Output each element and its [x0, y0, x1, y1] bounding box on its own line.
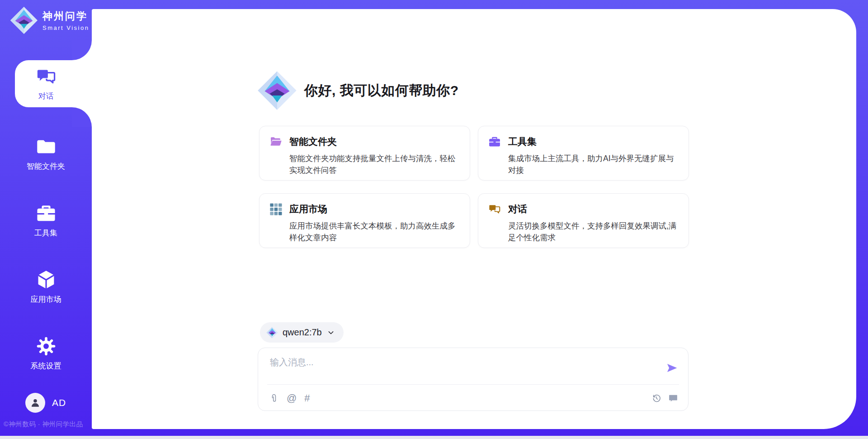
brand-logo-block[interactable]: 神州问学 Smart Vision [10, 6, 89, 34]
attachment-icon[interactable] [269, 393, 279, 403]
card-toolset[interactable]: 工具集 集成市场上主流工具，助力AI与外界无缝扩展与对接 [478, 126, 689, 181]
toolbox-icon [36, 203, 57, 224]
sidebar-item-chat[interactable]: 对话 [0, 60, 92, 107]
chat-icon [36, 66, 57, 87]
main-panel: 你好, 我可以如何帮助你? 智能文件夹 智能文件夹功能支持批量文件上传与清洗，轻… [92, 9, 856, 429]
message-icon[interactable] [668, 393, 678, 403]
card-title: 工具集 [508, 135, 537, 148]
card-title: 智能文件夹 [289, 135, 337, 148]
tab-bottom-fillet [72, 107, 92, 127]
chat-icon [488, 203, 501, 215]
sidebar-item-label: 对话 [38, 91, 54, 101]
user-avatar-icon [25, 393, 45, 413]
greeting-block: 你好, 我可以如何帮助你? [257, 71, 459, 110]
sidebar-footer-text: ©神州数码 · 神州问学出品 [4, 420, 83, 429]
brand-subtitle: Smart Vision [42, 24, 89, 31]
app-background: 神州问学 Smart Vision 对话 智能文件夹 [0, 0, 868, 439]
card-description: 集成市场上主流工具，助力AI与外界无缝扩展与对接 [508, 153, 679, 177]
sidebar-item-label: 智能文件夹 [27, 161, 65, 172]
card-description: 智能文件夹功能支持批量文件上传与清洗，轻松实现文件问答 [289, 153, 460, 177]
user-account[interactable]: AD [25, 393, 66, 413]
open-folder-icon [269, 135, 282, 148]
sidebar-item-label: 工具集 [34, 228, 57, 238]
tab-top-fillet [72, 40, 92, 60]
sidebar-item-label: 应用市场 [31, 294, 61, 305]
app-market-cube-icon [36, 269, 57, 290]
model-name: qwen2:7b [283, 327, 322, 338]
greeting-text: 你好, 我可以如何帮助你? [304, 81, 459, 100]
card-app-market[interactable]: 应用市场 应用市场提供丰富长文本模板，助力高效生成多样化文章内容 [259, 193, 470, 248]
card-title: 应用市场 [289, 203, 327, 215]
toolbox-icon [488, 135, 501, 148]
sidebar-item-smart-folder[interactable]: 智能文件夹 [0, 130, 92, 177]
message-input[interactable] [269, 355, 651, 382]
sidebar-item-toolset[interactable]: 工具集 [0, 197, 92, 244]
model-selector[interactable]: qwen2:7b [260, 322, 344, 343]
message-composer: @ # [258, 348, 689, 411]
card-smart-folder[interactable]: 智能文件夹 智能文件夹功能支持批量文件上传与清洗，轻松实现文件问答 [259, 126, 470, 181]
card-chat[interactable]: 对话 灵活切换多模型文件，支持多样回复效果调试,满足个性化需求 [478, 193, 689, 248]
settings-gear-icon [36, 336, 57, 357]
chevron-down-icon [326, 328, 335, 337]
brand-diamond-icon [10, 6, 38, 34]
send-icon [665, 362, 678, 374]
app-grid-icon [269, 203, 282, 215]
brand-diamond-icon [257, 71, 297, 110]
brand-name: 神州问学 [42, 10, 89, 23]
folder-icon [36, 136, 57, 157]
hashtag-icon[interactable]: # [304, 393, 310, 403]
sidebar-item-settings[interactable]: 系统设置 [0, 330, 92, 377]
user-name: AD [52, 397, 66, 408]
card-description: 应用市场提供丰富长文本模板，助力高效生成多样化文章内容 [289, 220, 460, 244]
history-icon[interactable] [651, 393, 661, 403]
card-title: 对话 [508, 203, 527, 215]
sidebar-item-label: 系统设置 [31, 361, 61, 371]
brand-diamond-icon [266, 327, 278, 339]
send-button[interactable] [665, 362, 678, 374]
mention-icon[interactable]: @ [287, 393, 297, 403]
composer-divider [267, 384, 679, 385]
page-bottom-edge [0, 436, 868, 439]
card-description: 灵活切换多模型文件，支持多样回复效果调试,满足个性化需求 [508, 220, 679, 244]
composer-toolbar-left: @ # [269, 393, 310, 403]
sidebar-item-app-market[interactable]: 应用市场 [0, 263, 92, 310]
feature-cards: 智能文件夹 智能文件夹功能支持批量文件上传与清洗，轻松实现文件问答 工具集 [259, 126, 689, 248]
composer-toolbar-right [651, 393, 678, 403]
